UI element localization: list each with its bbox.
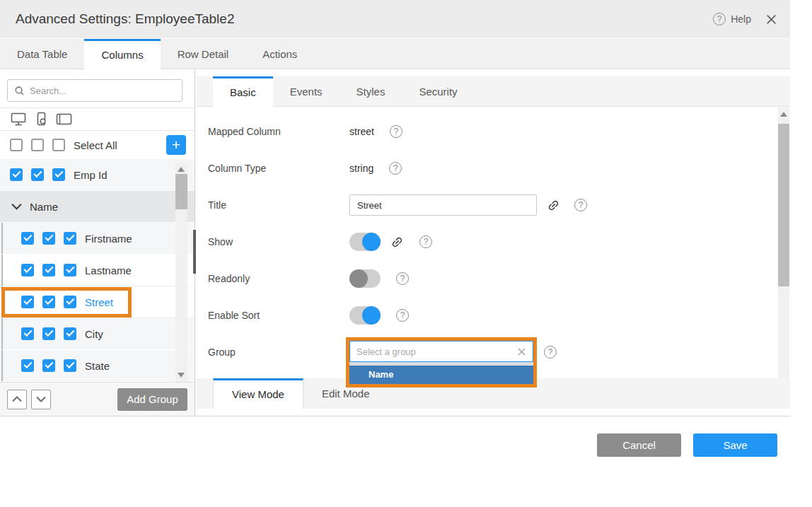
title-row: Title ? (196, 187, 790, 223)
column-row-state[interactable]: State (0, 350, 195, 382)
panel-scrollbar[interactable] (778, 107, 789, 409)
readonly-toggle[interactable] (349, 269, 381, 288)
chevron-down-icon (36, 396, 46, 402)
mobile-checkbox[interactable] (42, 359, 55, 372)
scrollbar-thumb[interactable] (778, 124, 789, 286)
group-dropdown: Name (349, 362, 533, 384)
select-all-tablet-checkbox[interactable] (52, 139, 65, 151)
scrollbar-thumb[interactable] (175, 174, 187, 209)
tablet-checkbox[interactable] (64, 327, 76, 340)
mobile-checkbox[interactable] (42, 327, 55, 340)
desktop-icon[interactable] (10, 112, 28, 127)
desktop-checkbox[interactable] (21, 359, 34, 372)
move-down-button[interactable] (31, 390, 51, 409)
enable-sort-toggle[interactable] (349, 306, 381, 325)
group-label: Group (196, 346, 349, 358)
save-button[interactable]: Save (693, 433, 777, 457)
desktop-checkbox[interactable] (21, 327, 34, 340)
mobile-checkbox[interactable] (42, 232, 55, 245)
mobile-icon[interactable] (34, 112, 49, 127)
help-label: Help (731, 13, 751, 25)
column-row-lastname[interactable]: Lastname (0, 255, 195, 286)
column-list: Emp Id Name Firstname Lastname (0, 159, 195, 382)
link-icon[interactable] (390, 235, 404, 249)
mapped-column-row: Mapped Column street ? (196, 113, 790, 150)
desktop-checkbox[interactable] (10, 168, 23, 181)
title-input[interactable] (349, 194, 537, 216)
help-icon[interactable]: ? (390, 125, 402, 138)
group-select-input[interactable] (356, 346, 513, 357)
show-row: Show ? (196, 223, 790, 260)
tab-columns[interactable]: Columns (84, 39, 160, 69)
mapped-column-value: street (349, 126, 374, 137)
help-icon[interactable]: ? (389, 162, 402, 175)
add-column-button[interactable]: + (166, 135, 186, 155)
desktop-checkbox[interactable] (21, 296, 34, 308)
add-group-button[interactable]: Add Group (117, 388, 187, 411)
select-all-label: Select All (74, 139, 117, 151)
tablet-checkbox[interactable] (64, 296, 76, 308)
mobile-checkbox[interactable] (42, 296, 55, 308)
help-question-icon: ? (713, 13, 726, 25)
help-icon[interactable]: ? (396, 309, 409, 322)
column-label: Firstname (85, 233, 132, 245)
move-up-button[interactable] (7, 390, 27, 409)
scroll-down-icon[interactable] (178, 373, 185, 378)
column-row-city[interactable]: City (0, 318, 195, 350)
group-row: Group Name ? (196, 334, 790, 371)
search-box[interactable] (7, 79, 182, 102)
tab-events[interactable]: Events (273, 76, 340, 106)
help-icon[interactable]: ? (419, 235, 432, 248)
tablet-checkbox[interactable] (64, 264, 76, 276)
group-option-name[interactable]: Name (349, 366, 533, 384)
tab-security[interactable]: Security (402, 76, 474, 106)
close-button[interactable] (765, 13, 777, 25)
group-select[interactable] (349, 341, 533, 362)
cancel-button[interactable]: Cancel (597, 433, 681, 457)
column-type-row: Column Type string ? (196, 150, 790, 187)
help-icon[interactable]: ? (396, 272, 409, 285)
help-icon[interactable]: ? (574, 199, 587, 211)
tab-data-table[interactable]: Data Table (0, 39, 84, 69)
column-label: State (85, 360, 110, 372)
tab-actions[interactable]: Actions (245, 39, 314, 69)
column-row-street-selected[interactable]: Street (0, 286, 195, 318)
scroll-up-icon[interactable] (178, 167, 185, 172)
tab-basic[interactable]: Basic (213, 76, 273, 107)
readonly-label: Readonly (196, 273, 349, 284)
show-toggle[interactable] (349, 233, 381, 251)
settings-tab-bar: Basic Events Styles Security (196, 76, 790, 107)
group-label: Name (30, 201, 58, 213)
group-highlight-border: Name (346, 337, 537, 387)
clear-icon[interactable] (517, 347, 526, 356)
sidebar-scrollbar[interactable] (175, 163, 187, 382)
column-row-firstname[interactable]: Firstname (0, 223, 195, 255)
select-all-desktop-checkbox[interactable] (10, 139, 23, 151)
tablet-checkbox[interactable] (64, 232, 76, 245)
tablet-checkbox[interactable] (64, 359, 76, 372)
group-row-name[interactable]: Name (0, 191, 195, 223)
desktop-checkbox[interactable] (21, 264, 34, 276)
desktop-checkbox[interactable] (21, 232, 34, 245)
column-row-empid[interactable]: Emp Id (0, 159, 195, 191)
column-label: Street (85, 296, 113, 308)
help-button[interactable]: ? Help (713, 13, 751, 25)
title-label: Title (196, 199, 349, 211)
tablet-icon[interactable] (55, 112, 73, 127)
mobile-checkbox[interactable] (31, 168, 44, 181)
tab-styles[interactable]: Styles (340, 76, 402, 106)
column-type-label: Column Type (196, 163, 349, 174)
enable-sort-row: Enable Sort ? (196, 297, 790, 334)
link-icon[interactable] (547, 199, 560, 212)
select-all-mobile-checkbox[interactable] (31, 139, 44, 151)
mobile-checkbox[interactable] (42, 264, 55, 276)
column-label: Lastname (85, 264, 132, 276)
tab-view-mode[interactable]: View Mode (213, 378, 303, 409)
scroll-up-icon[interactable] (780, 112, 787, 117)
tablet-checkbox[interactable] (52, 168, 65, 181)
basic-settings-form: Mapped Column street ? Column Type strin… (196, 113, 790, 371)
help-icon[interactable]: ? (544, 346, 557, 359)
search-input[interactable] (30, 86, 175, 96)
tab-row-detail[interactable]: Row Detail (161, 39, 246, 69)
close-icon (765, 13, 777, 25)
